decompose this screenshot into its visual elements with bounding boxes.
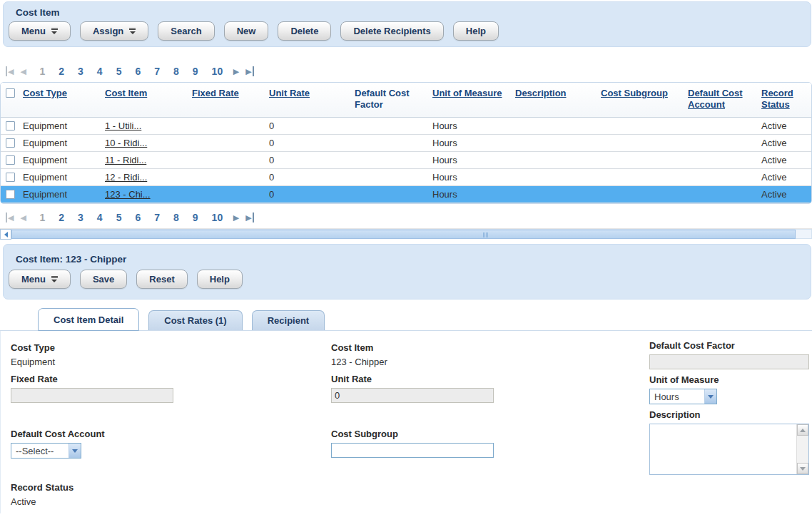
column-header-description[interactable]: Description <box>512 86 597 99</box>
row-checkbox[interactable] <box>6 173 15 182</box>
first-page-icon: ◀ <box>6 213 14 222</box>
textarea-scrollbar[interactable] <box>796 424 808 474</box>
unit-rate-cell: 0 <box>265 138 351 148</box>
table-header-row: Cost Type Cost Item Fixed Rate Unit Rate… <box>1 83 811 118</box>
page-number-link[interactable]: 3 <box>78 66 83 77</box>
table-row[interactable]: Equipment 10 - Ridi... 0 Hours Active <box>1 135 811 152</box>
cost-type-value: Equipment <box>11 357 331 367</box>
help-button[interactable]: Help <box>453 21 499 41</box>
cost-subgroup-input[interactable] <box>331 443 494 458</box>
reset-button[interactable]: Reset <box>136 270 187 289</box>
table-row-selected[interactable]: Equipment 123 - Chi... 0 Hours Active <box>1 186 811 203</box>
row-checkbox[interactable] <box>6 138 15 148</box>
page-number-current: 1 <box>39 66 45 77</box>
table-row[interactable]: Equipment 11 - Ridi... 0 Hours Active <box>1 152 811 169</box>
column-header-default-cost-factor: Default Cost Factor <box>351 86 429 111</box>
tab-recipient[interactable]: Recipient <box>252 310 325 330</box>
unit-of-measure-cell: Hours <box>429 138 512 148</box>
previous-page-icon: ◀ <box>20 213 26 222</box>
page-number-link[interactable]: 4 <box>97 212 103 223</box>
default-cost-account-value: --Select-- <box>11 446 68 456</box>
menu-dropdown-icon <box>129 28 136 34</box>
record-status-cell: Active <box>758 189 805 200</box>
select-all-checkbox[interactable] <box>6 88 15 98</box>
cost-item-link[interactable]: 123 - Chi... <box>105 189 151 200</box>
record-status-cell: Active <box>758 121 805 131</box>
delete-button[interactable]: Delete <box>278 21 331 41</box>
column-header-cost-subgroup[interactable]: Cost Subgroup <box>597 86 684 99</box>
form-column-1: Cost Type Equipment Fixed Rate Default C… <box>11 342 331 513</box>
menu-button[interactable]: Menu <box>9 21 71 41</box>
page-number-link[interactable]: 10 <box>212 212 223 223</box>
page-number-link[interactable]: 9 <box>193 66 198 77</box>
cost-item-link[interactable]: 12 - Ridi... <box>105 172 147 183</box>
unit-of-measure-cell: Hours <box>429 121 512 131</box>
new-button[interactable]: New <box>224 21 269 41</box>
detail-help-button[interactable]: Help <box>197 270 243 289</box>
horizontal-scrollbar <box>0 228 812 239</box>
column-header-unit-rate[interactable]: Unit Rate <box>265 86 351 99</box>
page-number-link[interactable]: 6 <box>135 212 141 223</box>
cost-type-label: Cost Type <box>11 342 331 353</box>
cost-type-cell: Equipment <box>19 121 101 131</box>
column-header-fixed-rate[interactable]: Fixed Rate <box>188 86 265 99</box>
cost-item-link[interactable]: 11 - Ridi... <box>105 155 146 165</box>
save-button[interactable]: Save <box>80 270 127 289</box>
column-header-cost-type[interactable]: Cost Type <box>19 86 101 99</box>
page-number-link[interactable]: 8 <box>173 66 179 77</box>
search-button[interactable]: Search <box>158 21 214 41</box>
cost-item-table: Cost Type Cost Item Fixed Rate Unit Rate… <box>0 82 812 204</box>
page-number-link[interactable]: 8 <box>173 212 179 223</box>
column-header-record-status[interactable]: Record Status <box>758 86 805 111</box>
column-header-cost-item[interactable]: Cost Item <box>101 86 188 99</box>
page-number-link[interactable]: 4 <box>97 66 103 77</box>
tab-cost-rates[interactable]: Cost Rates (1) <box>148 310 242 330</box>
next-page-icon[interactable]: ▶ <box>233 66 239 76</box>
first-page-icon: ◀ <box>6 66 14 76</box>
row-checkbox[interactable] <box>6 121 15 130</box>
row-checkbox[interactable] <box>6 155 15 165</box>
cost-item-link[interactable]: 1 - Utili... <box>105 121 141 131</box>
page-number-link[interactable]: 6 <box>135 66 141 77</box>
column-header-unit-of-measure[interactable]: Unit of Measure <box>429 86 512 99</box>
assign-button[interactable]: Assign <box>80 21 148 41</box>
column-header-default-cost-account[interactable]: Default Cost Account <box>684 86 758 111</box>
page-number-link[interactable]: 5 <box>116 66 122 77</box>
page-number-link[interactable]: 10 <box>212 66 223 77</box>
detail-menu-button[interactable]: Menu <box>9 270 71 289</box>
scroll-down-icon[interactable] <box>797 463 808 474</box>
default-cost-account-label: Default Cost Account <box>11 429 331 439</box>
description-textarea[interactable] <box>649 424 809 475</box>
page-number-link[interactable]: 5 <box>116 212 122 223</box>
delete-recipients-button[interactable]: Delete Recipients <box>340 21 443 41</box>
scrollbar-track[interactable] <box>11 229 812 239</box>
pagination-top: ◀ ◀ 1 2 3 4 5 6 7 8 9 10 ▶ ▶ <box>6 64 812 78</box>
default-cost-account-select[interactable]: --Select-- <box>11 443 81 459</box>
unit-of-measure-select[interactable]: Hours <box>649 389 717 404</box>
form-column-2: Cost Item 123 - Chipper Unit Rate Cost S… <box>331 342 649 513</box>
scrollbar-thumb[interactable] <box>11 230 796 239</box>
cost-type-cell: Equipment <box>19 172 101 183</box>
detail-title: Cost Item: 123 - Chipper <box>4 245 811 267</box>
cost-type-cell: Equipment <box>19 189 101 200</box>
cost-subgroup-label: Cost Subgroup <box>331 429 649 439</box>
cost-item-link[interactable]: 10 - Ridi... <box>105 138 147 148</box>
last-page-icon[interactable]: ▶ <box>245 213 253 222</box>
unit-rate-label: Unit Rate <box>331 374 649 384</box>
unit-of-measure-cell: Hours <box>429 189 512 200</box>
page-number-link[interactable]: 7 <box>154 66 160 77</box>
page-number-link[interactable]: 3 <box>78 212 83 223</box>
page-number-link[interactable]: 2 <box>59 66 64 77</box>
page-number-link[interactable]: 2 <box>59 212 64 223</box>
table-row[interactable]: Equipment 12 - Ridi... 0 Hours Active <box>1 169 811 186</box>
table-row[interactable]: Equipment 1 - Utili... 0 Hours Active <box>1 118 811 135</box>
next-page-icon[interactable]: ▶ <box>233 213 239 222</box>
last-page-icon[interactable]: ▶ <box>245 66 253 76</box>
page-number-link[interactable]: 9 <box>193 212 198 223</box>
page-number-link[interactable]: 7 <box>154 212 160 223</box>
scroll-left-icon[interactable] <box>0 229 11 240</box>
tab-cost-item-detail[interactable]: Cost Item Detail <box>38 308 139 331</box>
scroll-up-icon[interactable] <box>797 424 808 436</box>
row-checkbox[interactable] <box>6 190 15 199</box>
menu-dropdown-icon <box>51 276 58 282</box>
